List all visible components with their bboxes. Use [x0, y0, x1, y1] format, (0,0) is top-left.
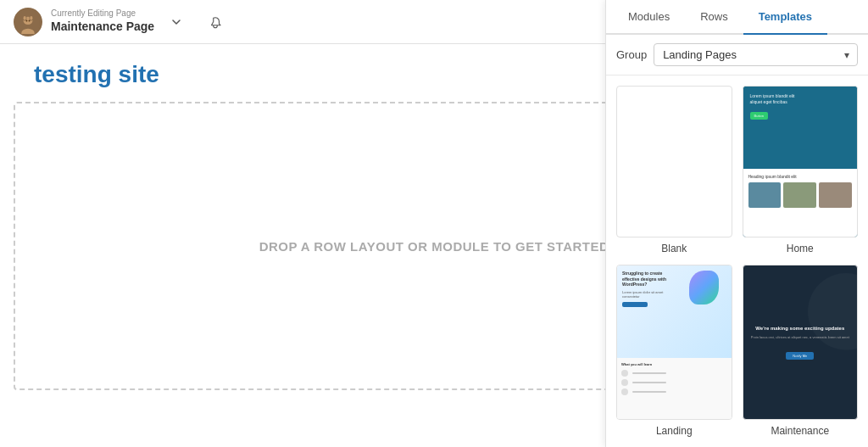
- panel-tabs: Modules Rows Templates: [606, 0, 868, 35]
- svg-point-7: [29, 20, 31, 21]
- notification-bell-icon[interactable]: [202, 8, 229, 36]
- svg-point-5: [30, 16, 32, 20]
- template-thumb-home: Lorem ipsum blandit elitaliquet eget fin…: [743, 86, 859, 237]
- template-item-blank[interactable]: Blank: [616, 86, 732, 254]
- chevron-down-icon[interactable]: [166, 12, 186, 32]
- tab-rows[interactable]: Rows: [685, 0, 743, 35]
- template-label-blank: Blank: [661, 243, 687, 254]
- avatar: [14, 8, 42, 36]
- template-thumb-landing: Struggling to create effective designs w…: [616, 265, 732, 420]
- template-item-home[interactable]: Lorem ipsum blandit elitaliquet eget fin…: [743, 86, 859, 254]
- template-label-home: Home: [787, 243, 814, 254]
- template-item-maintenance[interactable]: We're making some exciting updates Proin…: [743, 265, 859, 437]
- templates-grid: Blank Lorem ipsum blandit elitaliquet eg…: [606, 75, 868, 447]
- template-label-maintenance: Maintenance: [771, 425, 829, 437]
- templates-panel: Modules Rows Templates Group Landing Pag…: [605, 0, 868, 447]
- group-select[interactable]: Landing Pages All Blog eCommerce: [654, 43, 858, 66]
- template-item-landing[interactable]: Struggling to create effective designs w…: [616, 265, 732, 437]
- template-thumb-blank: [616, 86, 732, 237]
- header-left: Currently Editing Page Maintenance Page: [14, 8, 229, 36]
- page-title: Maintenance Page: [51, 19, 154, 34]
- group-label: Group: [616, 48, 647, 61]
- drop-zone-text: DROP A ROW LAYOUT OR MODULE TO GET START…: [259, 239, 609, 254]
- tab-templates[interactable]: Templates: [743, 0, 827, 35]
- svg-point-6: [26, 20, 28, 21]
- group-filter-row: Group Landing Pages All Blog eCommerce: [606, 35, 868, 75]
- template-thumb-maintenance: We're making some exciting updates Proin…: [743, 265, 859, 420]
- page-context: Currently Editing Page Maintenance Page: [51, 8, 154, 34]
- group-select-wrapper: Landing Pages All Blog eCommerce: [654, 43, 858, 66]
- tab-modules[interactable]: Modules: [613, 0, 685, 35]
- svg-point-4: [24, 16, 26, 20]
- editing-label: Currently Editing Page: [51, 8, 154, 19]
- template-label-landing: Landing: [656, 425, 693, 437]
